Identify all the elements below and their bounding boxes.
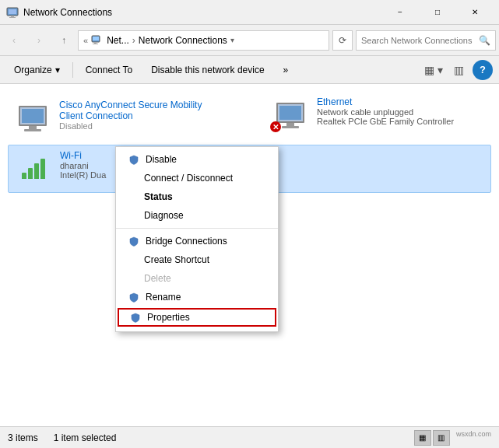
more-button[interactable]: »: [276, 59, 297, 81]
toolbar: Organize ▾ Connect To Disable this netwo…: [0, 56, 499, 84]
back-button[interactable]: ‹: [3, 30, 25, 51]
refresh-button[interactable]: ⟳: [332, 30, 353, 51]
ctx-bridge[interactable]: Bridge Connections: [116, 232, 278, 250]
ctx-properties-label: Properties: [147, 312, 190, 323]
wifi-adapter: Intel(R) Dua: [60, 170, 106, 180]
network-area: Cisco AnyConnect Secure MobilityClient C…: [0, 84, 499, 426]
ctx-delete[interactable]: Delete: [116, 269, 278, 288]
window-title: Network Connections: [23, 7, 382, 18]
ctx-disable[interactable]: Disable: [116, 150, 278, 169]
title-bar: Network Connections − □ ✕: [0, 0, 499, 25]
context-menu: Disable Connect / Disconnect Status Diag…: [115, 146, 279, 332]
cisco-text: Cisco AnyConnect Secure MobilityClient C…: [59, 100, 202, 131]
breadcrumb-middle: Net...: [107, 35, 129, 46]
ctx-delete-label: Delete: [144, 273, 171, 284]
shield-icon-properties: [130, 312, 141, 323]
app-icon: [6, 6, 19, 19]
breadcrumb-current: Network Connections: [139, 35, 227, 46]
ethernet-status: Network cable unplugged: [317, 107, 454, 117]
ctx-bridge-label: Bridge Connections: [146, 236, 227, 247]
ctx-diagnose-label: Diagnose: [144, 210, 184, 221]
search-icon: 🔍: [479, 35, 490, 46]
address-path[interactable]: « Net... › Network Connections ▾: [78, 30, 329, 51]
disable-button[interactable]: Disable this network device: [143, 59, 272, 81]
up-button[interactable]: ↑: [53, 30, 75, 51]
ctx-status-label: Status: [144, 191, 173, 202]
window-controls: − □ ✕: [382, 0, 493, 25]
shield-icon-disable: [128, 154, 139, 165]
network-icon: [91, 34, 104, 47]
path-dropdown-button[interactable]: ▾: [227, 36, 237, 44]
svg-rect-6: [94, 42, 97, 44]
shield-icon-bridge: [128, 236, 139, 247]
disconnected-icon: ✕: [270, 121, 281, 132]
svg-rect-2: [11, 16, 14, 17]
cisco-status: Disabled: [59, 121, 202, 131]
svg-rect-5: [93, 37, 99, 40]
ctx-diagnose[interactable]: Diagnose: [116, 206, 278, 225]
search-input[interactable]: [361, 36, 479, 45]
selection-status: 1 item selected: [54, 432, 117, 443]
connect-to-button[interactable]: Connect To: [78, 59, 141, 81]
forward-button[interactable]: ›: [28, 30, 50, 51]
status-bar: 3 items 1 item selected ▦ ▥ wsxdn.com: [0, 426, 499, 448]
wifi-text: Wi-Fi dharani Intel(R) Dua: [60, 150, 106, 180]
minimize-button[interactable]: −: [382, 0, 418, 25]
ethernet-name: Ethernet: [317, 96, 454, 107]
more-label: »: [283, 65, 289, 75]
watermark: wsxdn.com: [456, 430, 491, 446]
wifi-icon-container: [15, 150, 52, 187]
ethernet-list-item[interactable]: ✕ Ethernet Network cable unplugged Realt…: [265, 92, 483, 138]
toolbar-separator: [72, 62, 73, 78]
cisco-icon: [14, 100, 51, 137]
wifi-username: dharani: [60, 161, 106, 170]
ctx-connect[interactable]: Connect / Disconnect: [116, 169, 278, 187]
ctx-properties[interactable]: Properties: [118, 308, 276, 327]
ethernet-icon-container: ✕: [272, 96, 309, 134]
disable-label: Disable this network device: [151, 65, 264, 75]
ctx-sep1: [116, 228, 278, 229]
status-view-btn2[interactable]: ▥: [433, 430, 450, 446]
ethernet-adapter: Realtek PCIe GbE Family Controller: [317, 117, 454, 126]
organize-arrow: ▾: [55, 65, 60, 75]
ctx-shortcut-label: Create Shortcut: [144, 254, 209, 265]
item-count: 3 items: [8, 432, 38, 443]
path-separator: ›: [132, 35, 135, 46]
wifi-name: Wi-Fi: [60, 150, 106, 161]
maximize-button[interactable]: □: [420, 0, 455, 25]
ctx-rename[interactable]: Rename: [116, 288, 278, 306]
close-button[interactable]: ✕: [457, 0, 493, 25]
svg-rect-1: [9, 9, 16, 14]
search-box: 🔍: [356, 30, 496, 51]
address-bar: ‹ › ↑ « Net... › Network Connections ▾ ⟳…: [0, 25, 499, 56]
cisco-name: Cisco AnyConnect Secure MobilityClient C…: [59, 100, 202, 121]
wifi-bars: [22, 159, 45, 179]
ctx-rename-label: Rename: [146, 292, 181, 303]
connect-to-label: Connect To: [86, 65, 133, 75]
svg-rect-7: [93, 44, 98, 44]
view-button[interactable]: ▦ ▾: [423, 59, 445, 81]
status-view-btn1[interactable]: ▦: [414, 430, 431, 446]
breadcrumb-icon: «: [83, 36, 88, 45]
ctx-connect-label: Connect / Disconnect: [144, 173, 233, 184]
ctx-disable-label: Disable: [146, 154, 177, 165]
main-content: Cisco AnyConnect Secure MobilityClient C…: [0, 84, 499, 426]
pane-button[interactable]: ▥: [448, 59, 469, 81]
status-right: ▦ ▥ wsxdn.com: [414, 430, 491, 446]
organize-label: Organize: [14, 65, 52, 75]
svg-rect-3: [9, 17, 16, 18]
ctx-status[interactable]: Status: [116, 187, 278, 206]
ethernet-text: Ethernet Network cable unplugged Realtek…: [317, 96, 454, 126]
organize-button[interactable]: Organize ▾: [6, 59, 68, 81]
toolbar-right: ▦ ▾ ▥ ?: [423, 59, 493, 81]
ctx-shortcut[interactable]: Create Shortcut: [116, 250, 278, 269]
help-button[interactable]: ?: [473, 60, 493, 80]
shield-icon-rename: [128, 292, 139, 303]
